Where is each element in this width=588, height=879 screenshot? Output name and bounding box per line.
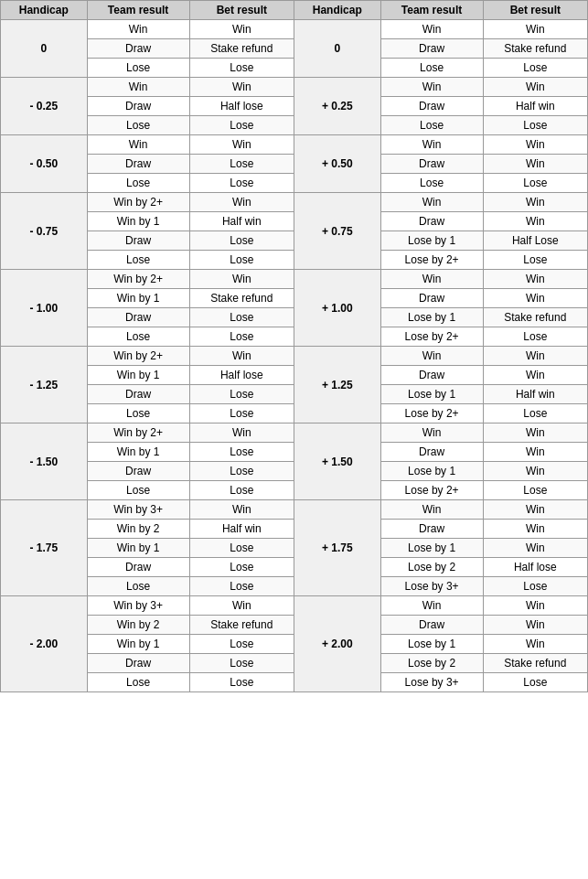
right-team-result: Lose by 2+: [380, 251, 483, 270]
left-bet-result: Win: [189, 193, 294, 212]
right-bet-result-header: Bet result: [483, 1, 587, 20]
left-team-result: Lose: [87, 481, 189, 500]
left-bet-result: Lose: [189, 404, 294, 423]
right-bet-result: Stake refund: [483, 654, 587, 673]
left-team-result: Win by 1: [87, 539, 189, 558]
left-handicap-header: Handicap: [1, 1, 88, 20]
right-team-result: Win: [380, 423, 483, 443]
right-bet-result: Win: [483, 462, 587, 481]
left-team-result: Lose: [87, 174, 189, 193]
handicap-table: Handicap Team result Bet result Handicap…: [0, 0, 588, 692]
table-row: - 0.50WinWin+ 0.50WinWin: [1, 135, 588, 155]
left-handicap-cell: - 1.50: [1, 423, 88, 500]
right-team-result: Win: [380, 500, 483, 520]
right-bet-result: Win: [483, 270, 587, 289]
right-team-result: Win: [380, 135, 483, 155]
right-team-result: Lose by 1: [380, 462, 483, 481]
left-bet-result: Stake refund: [189, 289, 294, 308]
table-row: - 1.75Win by 3+Win+ 1.75WinWin: [1, 500, 588, 520]
right-team-result: Draw: [380, 520, 483, 539]
left-team-result: Draw: [87, 155, 189, 174]
right-handicap-cell: + 1.25: [294, 347, 380, 423]
left-handicap-cell: - 1.00: [1, 270, 88, 347]
left-bet-result: Half lose: [189, 97, 294, 116]
right-handicap-cell: + 0.75: [294, 193, 380, 270]
left-team-result: Win by 1: [87, 635, 189, 654]
left-bet-result: Half win: [189, 212, 294, 231]
left-bet-result: Lose: [189, 443, 294, 462]
left-handicap-cell: - 2.00: [1, 596, 88, 692]
right-bet-result: Win: [483, 193, 587, 212]
right-handicap-cell: + 0.25: [294, 78, 380, 135]
right-bet-result: Win: [483, 347, 587, 366]
left-bet-result: Lose: [189, 116, 294, 135]
left-team-result: Lose: [87, 327, 189, 347]
right-bet-result: Stake refund: [483, 39, 587, 59]
right-bet-result: Win: [483, 520, 587, 539]
left-bet-result: Lose: [189, 635, 294, 654]
right-team-result: Win: [380, 20, 483, 39]
left-bet-result: Win: [189, 135, 294, 155]
left-bet-result: Lose: [189, 155, 294, 174]
right-team-result: Lose by 1: [380, 231, 483, 251]
table-row: 0WinWin0WinWin: [1, 20, 588, 39]
right-team-result: Lose by 1: [380, 308, 483, 327]
right-bet-result: Win: [483, 20, 587, 39]
right-handicap-cell: + 1.50: [294, 423, 380, 500]
left-team-result: Win by 2: [87, 616, 189, 635]
right-bet-result: Lose: [483, 481, 587, 500]
right-bet-result: Half win: [483, 385, 587, 404]
left-team-result: Win by 1: [87, 212, 189, 231]
right-team-result: Lose by 2: [380, 558, 483, 577]
left-team-result: Win by 1: [87, 443, 189, 462]
left-bet-result: Lose: [189, 558, 294, 577]
left-team-result: Lose: [87, 404, 189, 423]
right-team-result: Win: [380, 193, 483, 212]
left-bet-result: Lose: [189, 174, 294, 193]
right-bet-result: Win: [483, 539, 587, 558]
table-row: - 1.25Win by 2+Win+ 1.25WinWin: [1, 347, 588, 366]
left-handicap-cell: - 0.50: [1, 135, 88, 193]
right-bet-result: Lose: [483, 673, 587, 692]
left-bet-result: Lose: [189, 481, 294, 500]
left-bet-result: Stake refund: [189, 39, 294, 59]
right-team-result: Draw: [380, 366, 483, 385]
right-team-result: Lose by 1: [380, 539, 483, 558]
left-bet-result: Win: [189, 270, 294, 289]
left-bet-result: Win: [189, 500, 294, 520]
right-team-result: Lose by 1: [380, 635, 483, 654]
left-team-result: Win by 1: [87, 366, 189, 385]
left-bet-result: Lose: [189, 539, 294, 558]
right-bet-result: Stake refund: [483, 308, 587, 327]
right-team-result: Win: [380, 270, 483, 289]
right-bet-result: Lose: [483, 577, 587, 596]
left-handicap-cell: - 1.75: [1, 500, 88, 596]
right-team-result: Lose by 2+: [380, 481, 483, 500]
right-bet-result: Lose: [483, 327, 587, 347]
table-row: - 1.00Win by 2+Win+ 1.00WinWin: [1, 270, 588, 289]
right-team-result: Draw: [380, 212, 483, 231]
left-team-result: Win by 2+: [87, 423, 189, 443]
left-team-result: Lose: [87, 59, 189, 78]
right-handicap-cell: + 1.00: [294, 270, 380, 347]
left-team-result: Win: [87, 20, 189, 39]
left-bet-result: Lose: [189, 673, 294, 692]
left-handicap-cell: 0: [1, 20, 88, 78]
left-bet-result: Stake refund: [189, 616, 294, 635]
left-team-result: Draw: [87, 462, 189, 481]
right-bet-result: Lose: [483, 404, 587, 423]
right-team-result: Draw: [380, 39, 483, 59]
right-team-result: Lose by 3+: [380, 673, 483, 692]
right-bet-result: Win: [483, 443, 587, 462]
left-bet-result: Win: [189, 20, 294, 39]
left-team-result: Win by 2+: [87, 347, 189, 366]
left-team-result: Win by 2: [87, 520, 189, 539]
right-bet-result: Win: [483, 135, 587, 155]
table-row: - 0.25WinWin+ 0.25WinWin: [1, 78, 588, 97]
right-bet-result: Win: [483, 78, 587, 97]
left-team-result: Lose: [87, 251, 189, 270]
left-bet-result: Lose: [189, 327, 294, 347]
right-team-result: Lose by 3+: [380, 577, 483, 596]
right-team-result: Win: [380, 78, 483, 97]
right-team-result: Lose by 2+: [380, 404, 483, 423]
